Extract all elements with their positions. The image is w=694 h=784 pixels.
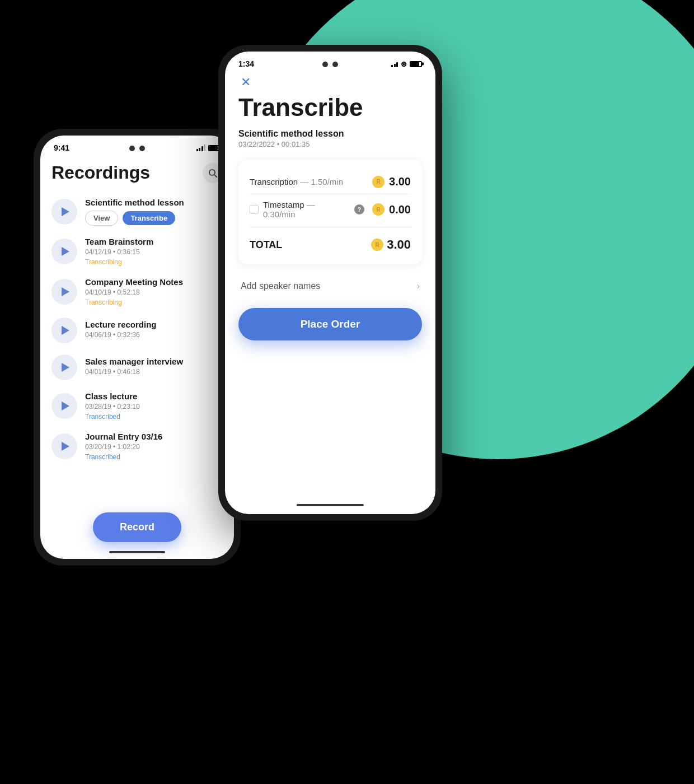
- status-time-front: 1:34: [238, 59, 254, 68]
- speaker-row[interactable]: Add speaker names ›: [238, 273, 422, 299]
- recording-meta: 04/01/19 • 0:46:18: [85, 368, 223, 376]
- status-badge: Transcribing: [85, 258, 223, 266]
- status-badge: Transcribed: [85, 453, 223, 461]
- recording-meta: 03/20/19 • 1:02:20: [85, 443, 223, 451]
- play-button[interactable]: [51, 318, 77, 343]
- play-icon: [62, 207, 69, 216]
- search-icon: [208, 169, 217, 178]
- close-button[interactable]: ✕: [238, 73, 253, 92]
- total-value: 3.00: [387, 237, 411, 252]
- signal-icon-front: [391, 60, 398, 67]
- record-button[interactable]: Record: [93, 512, 181, 542]
- total-row: TOTAL R 3.00: [250, 230, 411, 254]
- transcribe-button[interactable]: Transcribe: [123, 211, 175, 225]
- status-time-back: 9:41: [54, 143, 69, 152]
- recording-title: Scientific method lesson: [238, 129, 422, 139]
- camera-notch-back: [129, 146, 145, 151]
- coin-icon: R: [372, 176, 384, 188]
- play-icon: [62, 442, 69, 451]
- recordings-title: Recordings: [51, 162, 150, 183]
- list-item: Lecture recording 04/06/19 • 0:32:36: [40, 312, 234, 349]
- transcription-rate: — 1.50/min: [300, 177, 343, 186]
- screen-back: 9:41 Recordings: [40, 136, 234, 559]
- place-order-button[interactable]: Place Order: [238, 308, 422, 340]
- recording-name: Lecture recording: [85, 320, 223, 329]
- list-item: Team Brainstorm 04/12/19 • 0:36:15 Trans…: [40, 231, 234, 272]
- recording-meta: 04/06/19 • 0:32:36: [85, 331, 223, 339]
- play-button[interactable]: [51, 199, 77, 225]
- timestamp-checkbox-area: Timestamp — 0.30/min ? R: [250, 200, 384, 219]
- chevron-right-icon: ›: [417, 281, 420, 291]
- svg-line-1: [214, 175, 217, 177]
- recording-info: Company Meeting Notes 04/10/19 • 0:52:18…: [85, 277, 223, 306]
- phone-back: 9:41 Recordings: [34, 129, 241, 566]
- pricing-card: Transcription — 1.50/min R 3.00 Timestam…: [238, 160, 422, 264]
- play-icon: [62, 287, 69, 296]
- camera-notch-front: [322, 62, 338, 67]
- timestamp-row: Timestamp — 0.30/min ? R 0.00: [250, 194, 411, 225]
- list-item: Journal Entry 03/16 03/20/19 • 1:02:20 T…: [40, 426, 234, 466]
- divider: [250, 227, 411, 227]
- recording-meta: 04/10/19 • 0:52:18: [85, 288, 223, 296]
- home-indicator-front: [297, 504, 364, 506]
- play-icon: [62, 247, 69, 256]
- record-button-container: Record: [93, 512, 181, 542]
- coin-icon-total: R: [371, 239, 383, 251]
- play-button[interactable]: [51, 433, 77, 459]
- transcription-price: R 3.00: [369, 175, 411, 188]
- transcription-value: 3.00: [389, 175, 411, 188]
- timestamp-checkbox[interactable]: [250, 205, 259, 214]
- help-icon[interactable]: ?: [354, 204, 364, 214]
- timestamp-value: 0.00: [389, 203, 411, 216]
- camera-dot-4: [332, 62, 338, 67]
- screen-front: 1:34 ⊛ ✕ Transcribe Scientific method le…: [225, 52, 435, 514]
- recording-info: Scientific method lesson View Transcribe: [85, 198, 223, 226]
- play-button[interactable]: [51, 239, 77, 264]
- recording-meta: 03/22/2022 • 00:01:35: [238, 140, 422, 148]
- timestamp-label: Timestamp — 0.30/min: [263, 200, 348, 219]
- page-title: Transcribe: [238, 94, 422, 121]
- recording-actions: View Transcribe: [85, 211, 223, 226]
- list-item: Sales manager interview 04/01/19 • 0:46:…: [40, 349, 234, 386]
- transcription-label: Transcription — 1.50/min: [250, 177, 369, 186]
- recording-info: Lecture recording 04/06/19 • 0:32:36: [85, 320, 223, 341]
- recording-info: Team Brainstorm 04/12/19 • 0:36:15 Trans…: [85, 237, 223, 266]
- home-indicator-back: [109, 551, 165, 553]
- total-price: R 3.00: [368, 237, 411, 252]
- recording-info: Journal Entry 03/16 03/20/19 • 1:02:20 T…: [85, 432, 223, 461]
- play-button[interactable]: [51, 279, 77, 305]
- recording-name: Scientific method lesson: [85, 198, 223, 207]
- recording-name: Team Brainstorm: [85, 237, 223, 246]
- phone-front: 1:34 ⊛ ✕ Transcribe Scientific method le…: [218, 45, 442, 521]
- recording-name: Journal Entry 03/16: [85, 432, 223, 441]
- play-button[interactable]: [51, 393, 77, 419]
- recording-name: Sales manager interview: [85, 357, 223, 366]
- total-label: TOTAL: [250, 239, 282, 251]
- play-button[interactable]: [51, 354, 77, 380]
- recording-name: Class lecture: [85, 391, 223, 401]
- recording-info: Class lecture 03/28/19 • 0:23:10 Transcr…: [85, 391, 223, 421]
- play-icon: [62, 326, 69, 335]
- list-item: Company Meeting Notes 04/10/19 • 0:52:18…: [40, 272, 234, 312]
- list-item: Class lecture 03/28/19 • 0:23:10 Transcr…: [40, 386, 234, 426]
- recording-meta: 04/12/19 • 0:36:15: [85, 248, 223, 256]
- recording-info: Sales manager interview 04/01/19 • 0:46:…: [85, 357, 223, 378]
- recordings-header: Recordings: [40, 157, 234, 192]
- view-button[interactable]: View: [85, 211, 118, 226]
- camera-dot-2: [139, 146, 145, 151]
- transcription-row: Transcription — 1.50/min R 3.00: [250, 170, 411, 194]
- signal-icon-back: [196, 144, 206, 151]
- recording-name: Company Meeting Notes: [85, 277, 223, 287]
- play-icon: [62, 363, 69, 372]
- recording-meta: 03/28/19 • 0:23:10: [85, 403, 223, 410]
- list-item: Scientific method lesson View Transcribe: [40, 192, 234, 231]
- status-badge: Transcribing: [85, 298, 223, 306]
- transcribe-screen: ✕ Transcribe Scientific method lesson 03…: [225, 73, 435, 340]
- camera-dot-3: [322, 62, 328, 67]
- battery-icon-front: [410, 61, 422, 67]
- status-icons-back: [196, 144, 221, 151]
- speaker-label: Add speaker names: [241, 281, 320, 291]
- play-icon: [62, 402, 69, 410]
- status-icons-front: ⊛: [391, 60, 422, 68]
- wifi-icon: ⊛: [401, 60, 407, 68]
